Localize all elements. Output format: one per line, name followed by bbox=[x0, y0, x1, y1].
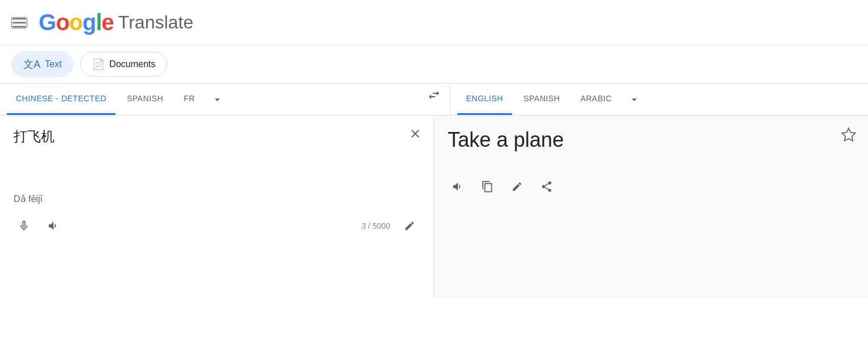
edit-source-button[interactable] bbox=[399, 216, 420, 236]
menu-button[interactable] bbox=[11, 17, 27, 28]
source-toolbar: 3 / 5000 bbox=[14, 216, 420, 236]
target-language-selector: ENGLISH SPANISH ARABIC bbox=[450, 84, 869, 115]
text-mode-icon: 文A bbox=[23, 57, 40, 71]
text-mode-label: Text bbox=[45, 59, 61, 69]
translation-area: 打飞机 Dǎ fēijī 3 / 5000 bbox=[0, 116, 868, 298]
translated-text: Take a plane bbox=[448, 127, 854, 154]
source-panel: 打飞机 Dǎ fēijī 3 / 5000 bbox=[0, 116, 434, 298]
edit-translation-button[interactable] bbox=[507, 176, 527, 197]
copy-translation-button[interactable] bbox=[477, 176, 498, 197]
source-text-input[interactable]: 打飞机 bbox=[14, 127, 420, 184]
target-panel: Take a plane bbox=[434, 116, 868, 298]
target-toolbar bbox=[448, 176, 854, 197]
swap-languages-button[interactable] bbox=[423, 84, 445, 106]
target-lang-dropdown-button[interactable] bbox=[623, 91, 645, 108]
target-lang-spanish[interactable]: SPANISH bbox=[514, 84, 569, 115]
char-count: 3 / 5000 bbox=[361, 221, 390, 230]
translate-wordmark: Translate bbox=[118, 12, 193, 33]
documents-mode-label: Documents bbox=[109, 59, 155, 69]
language-selector-row: CHINESE - DETECTED SPANISH FR ENGLISH SP… bbox=[0, 84, 868, 116]
clear-source-button[interactable] bbox=[408, 127, 422, 144]
mode-tab-bar: 文A Text 📄 Documents bbox=[0, 46, 868, 84]
source-language-selector: CHINESE - DETECTED SPANISH FR bbox=[0, 84, 418, 115]
romanization-text: Dǎ fēijī bbox=[14, 193, 420, 204]
documents-mode-icon: 📄 bbox=[92, 58, 105, 71]
source-lang-spanish[interactable]: SPANISH bbox=[118, 84, 172, 115]
documents-mode-tab[interactable]: 📄 Documents bbox=[80, 52, 167, 77]
mic-button[interactable] bbox=[14, 216, 34, 236]
source-lang-french[interactable]: FR bbox=[175, 84, 204, 115]
target-lang-english[interactable]: ENGLISH bbox=[457, 84, 512, 115]
target-audio-button[interactable] bbox=[448, 176, 468, 197]
source-audio-button[interactable] bbox=[43, 216, 64, 236]
text-mode-tab[interactable]: 文A Text bbox=[11, 51, 73, 77]
source-lang-dropdown-button[interactable] bbox=[206, 91, 228, 108]
logo: Google Translate bbox=[39, 10, 193, 35]
target-lang-arabic[interactable]: ARABIC bbox=[571, 84, 621, 115]
app-header: Google Translate bbox=[0, 0, 868, 46]
share-translation-button[interactable] bbox=[536, 176, 557, 197]
save-translation-button[interactable] bbox=[841, 127, 857, 147]
source-lang-chinese-detected[interactable]: CHINESE - DETECTED bbox=[7, 84, 115, 115]
google-wordmark: Google bbox=[39, 10, 114, 35]
